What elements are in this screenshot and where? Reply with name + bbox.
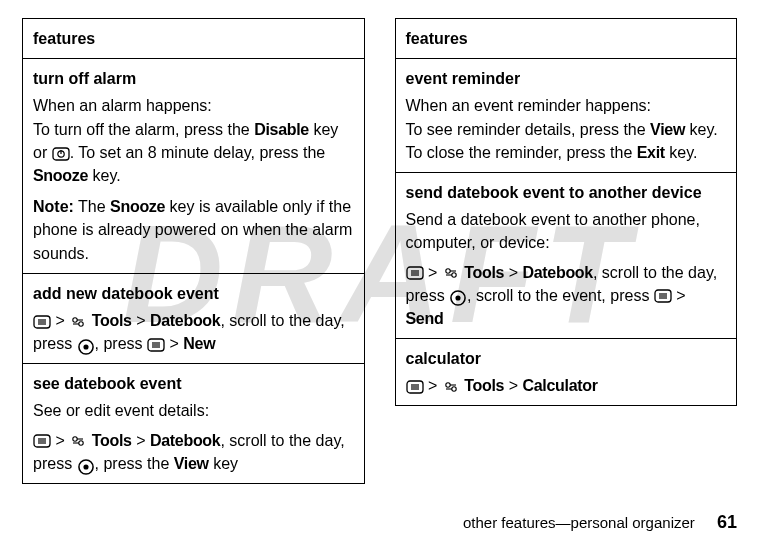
- new-label: New: [183, 335, 215, 352]
- tools-icon: [69, 434, 87, 448]
- tools-label: Tools: [92, 312, 132, 329]
- svg-point-12: [83, 344, 88, 349]
- alarm-line2: To turn off the alarm, press the Disable…: [33, 118, 354, 188]
- text: , press the: [95, 455, 174, 472]
- svg-point-26: [83, 464, 88, 469]
- see-datebook-path: > Tools > Datebook, scroll to the day, p…: [33, 429, 354, 475]
- exit-key: Exit: [637, 144, 665, 161]
- reminder-line1: When an event reminder happens:: [406, 94, 727, 117]
- add-datebook-path: > Tools > Datebook, scroll to the day, p…: [33, 309, 354, 355]
- svg-point-32: [452, 273, 456, 277]
- tools-label: Tools: [464, 377, 504, 394]
- svg-point-46: [452, 387, 456, 391]
- text: key.: [88, 167, 121, 184]
- tools-label: Tools: [464, 264, 504, 281]
- calculator-path: > Tools > Calculator: [406, 374, 727, 397]
- text: key: [209, 455, 238, 472]
- svg-point-22: [79, 441, 83, 445]
- text: . To set an 8 minute delay, press the: [70, 144, 326, 161]
- send-desc: Send a datebook event to another phone, …: [406, 208, 727, 254]
- page-number: 61: [717, 512, 737, 532]
- datebook-label: Datebook: [522, 264, 593, 281]
- text: , press: [95, 335, 147, 352]
- row-see-datebook: see datebook event See or edit event det…: [23, 364, 364, 483]
- text: The: [74, 198, 110, 215]
- send-datebook-path: > Tools > Datebook, scroll to the day, p…: [406, 261, 727, 331]
- menu-icon: [33, 434, 51, 448]
- svg-point-8: [79, 321, 83, 325]
- title-calculator: calculator: [406, 347, 727, 370]
- tools-icon: [69, 315, 87, 329]
- menu-icon: [654, 289, 672, 303]
- menu-icon: [406, 380, 424, 394]
- power-icon: [52, 147, 70, 161]
- alarm-line1: When an alarm happens:: [33, 94, 354, 117]
- gt: >: [428, 377, 437, 394]
- view-key: View: [174, 455, 209, 472]
- menu-icon: [147, 338, 165, 352]
- disable-key: Disable: [254, 121, 309, 138]
- right-column: features event reminder When an event re…: [395, 18, 738, 406]
- content-columns: features turn off alarm When an alarm ha…: [0, 0, 759, 484]
- row-add-datebook: add new datebook event > Tools > Dateboo…: [23, 274, 364, 365]
- tools-icon: [442, 266, 460, 280]
- datebook-label: Datebook: [150, 312, 221, 329]
- nav-icon: [449, 289, 467, 303]
- page-footer: other features—personal organizer 61: [463, 512, 737, 533]
- gt: >: [428, 264, 437, 281]
- see-desc: See or edit event details:: [33, 399, 354, 422]
- row-send-datebook: send datebook event to another device Se…: [396, 173, 737, 339]
- send-label: Send: [406, 310, 444, 327]
- left-column: features turn off alarm When an alarm ha…: [22, 18, 365, 484]
- alarm-note: Note: The Snooze key is available only i…: [33, 195, 354, 265]
- snooze-key-2: Snooze: [110, 198, 165, 215]
- nav-icon: [77, 338, 95, 352]
- view-key: View: [650, 121, 685, 138]
- nav-icon: [77, 458, 95, 472]
- text: , scroll to the event, press: [467, 287, 654, 304]
- snooze-key: Snooze: [33, 167, 88, 184]
- reminder-line2: To see reminder details, press the View …: [406, 118, 727, 164]
- calculator-label: Calculator: [522, 377, 597, 394]
- tools-label: Tools: [92, 432, 132, 449]
- footer-text: other features—personal organizer: [463, 514, 695, 531]
- gt: >: [509, 377, 518, 394]
- text: key.: [665, 144, 698, 161]
- svg-point-45: [446, 383, 450, 387]
- svg-point-7: [73, 317, 77, 321]
- title-send-datebook: send datebook event to another device: [406, 181, 727, 204]
- row-turn-off-alarm: turn off alarm When an alarm happens: To…: [23, 59, 364, 274]
- text: To see reminder details, press the: [406, 121, 651, 138]
- title-see-datebook: see datebook event: [33, 372, 354, 395]
- gt: >: [170, 335, 179, 352]
- datebook-label: Datebook: [150, 432, 221, 449]
- tools-icon: [442, 380, 460, 394]
- note-label: Note:: [33, 198, 74, 215]
- right-header: features: [396, 19, 737, 59]
- menu-icon: [33, 315, 51, 329]
- title-turn-off-alarm: turn off alarm: [33, 67, 354, 90]
- gt: >: [509, 264, 518, 281]
- svg-point-21: [73, 437, 77, 441]
- row-event-reminder: event reminder When an event reminder ha…: [396, 59, 737, 173]
- gt: >: [136, 432, 145, 449]
- gt: >: [55, 312, 64, 329]
- svg-point-31: [446, 269, 450, 273]
- menu-icon: [406, 266, 424, 280]
- row-calculator: calculator > Tools > Calculator: [396, 339, 737, 405]
- left-header: features: [23, 19, 364, 59]
- title-event-reminder: event reminder: [406, 67, 727, 90]
- gt: >: [55, 432, 64, 449]
- gt: >: [136, 312, 145, 329]
- title-add-datebook: add new datebook event: [33, 282, 354, 305]
- text: To turn off the alarm, press the: [33, 121, 254, 138]
- svg-point-36: [456, 296, 461, 301]
- gt: >: [676, 287, 685, 304]
